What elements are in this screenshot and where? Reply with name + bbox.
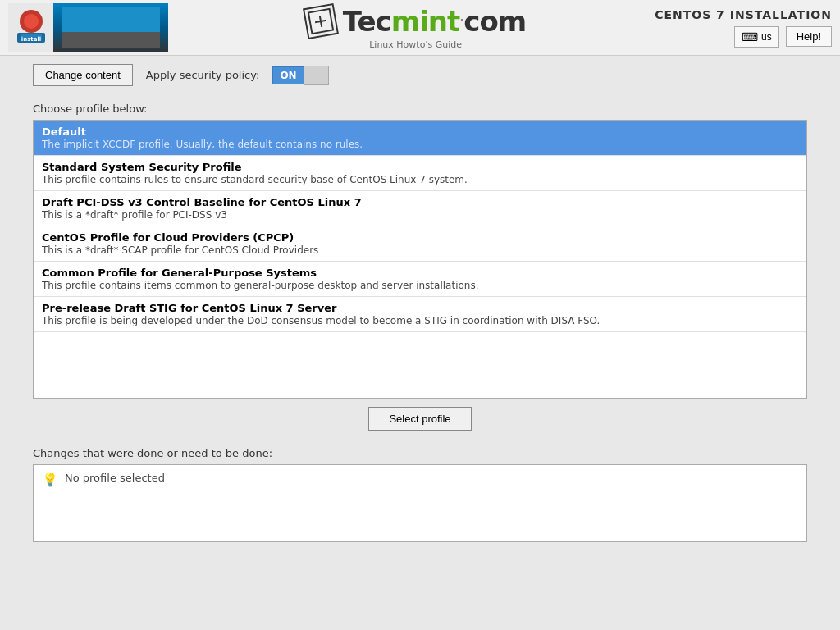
changes-label: Changes that were done or need to be don… [33,447,807,459]
choose-profile-label: Choose profile below: [33,94,807,120]
profile-item-default[interactable]: Default The implicit XCCDF profile. Usua… [34,121,806,156]
main-content: Choose profile below: Default The implic… [0,94,840,431]
tecmint-logo: Tecmint.com [305,5,526,38]
profile-name-pcidss: Draft PCI-DSS v3 Control Baseline for Ce… [42,196,798,208]
security-policy-label: Apply security policy: [146,69,260,81]
tecmint-wordmark: Tecmint.com [343,5,526,38]
select-profile-button[interactable]: Select profile [368,407,471,431]
profile-name-common: Common Profile for General-Purpose Syste… [42,267,798,279]
keyboard-icon: ⌨ [742,30,758,43]
profile-list: Default The implicit XCCDF profile. Usua… [33,120,807,399]
no-profile-text: No profile selected [65,472,165,484]
profile-item-common[interactable]: Common Profile for General-Purpose Syste… [34,262,806,297]
svg-point-2 [24,14,39,29]
profile-list-empty-space [34,332,806,398]
logo-banner-top [62,7,160,32]
profile-name-standard: Standard System Security Profile [42,161,798,173]
toolbar: Change content Apply security policy: ON [0,56,840,94]
profile-item-standard[interactable]: Standard System Security Profile This pr… [34,156,806,191]
profile-name-cpcp: CentOS Profile for Cloud Providers (CPCP… [42,231,798,244]
change-content-button[interactable]: Change content [33,64,133,86]
changes-section: Changes that were done or need to be don… [0,439,840,550]
profile-name-default: Default [42,126,798,138]
centos-title: CENTOS 7 INSTALLATION [655,8,832,21]
profile-item-cpcp[interactable]: CentOS Profile for Cloud Providers (CPCP… [34,226,806,262]
profile-desc-standard: This profile contains rules to ensure st… [42,174,798,185]
anaconda-icon: install [8,3,53,52]
keyboard-lang-label: us [761,31,772,43]
profile-desc-cpcp: This is a *draft* SCAP profile for CentO… [42,244,798,256]
keyboard-language-button[interactable]: ⌨ us [734,26,779,48]
svg-text:install: install [21,36,40,43]
toggle-off-area [304,66,329,85]
profile-desc-common: This profile contains items common to ge… [42,280,798,291]
profile-desc-stig: This profile is being developed under th… [42,315,798,326]
profile-name-stig: Pre-release Draft STIG for CentOS Linux … [42,302,798,314]
security-policy-toggle[interactable]: ON [272,66,328,85]
toggle-on-label: ON [272,66,304,84]
logo-banner [53,3,168,52]
logo-box: install [8,3,168,52]
changes-box: 💡 No profile selected [33,464,807,542]
header-right: CENTOS 7 INSTALLATION ⌨ us Help! [655,8,832,48]
tecmint-subtitle: Linux Howto's Guide [369,39,462,50]
help-button[interactable]: Help! [786,26,832,47]
lightbulb-icon: 💡 [42,472,58,487]
profile-item-pcidss[interactable]: Draft PCI-DSS v3 Control Baseline for Ce… [34,191,806,226]
profile-item-stig[interactable]: Pre-release Draft STIG for CentOS Linux … [34,297,806,332]
tecmint-icon-box [303,3,339,39]
profile-desc-default: The implicit XCCDF profile. Usually, the… [42,139,798,150]
header: install Tecmint.com Linux Howto's Guide … [0,0,840,56]
profile-desc-pcidss: This is a *draft* profile for PCI-DSS v3 [42,209,798,221]
header-controls: ⌨ us Help! [734,26,832,48]
header-center: Tecmint.com Linux Howto's Guide [176,5,655,50]
logo-banner-bottom [62,32,160,48]
